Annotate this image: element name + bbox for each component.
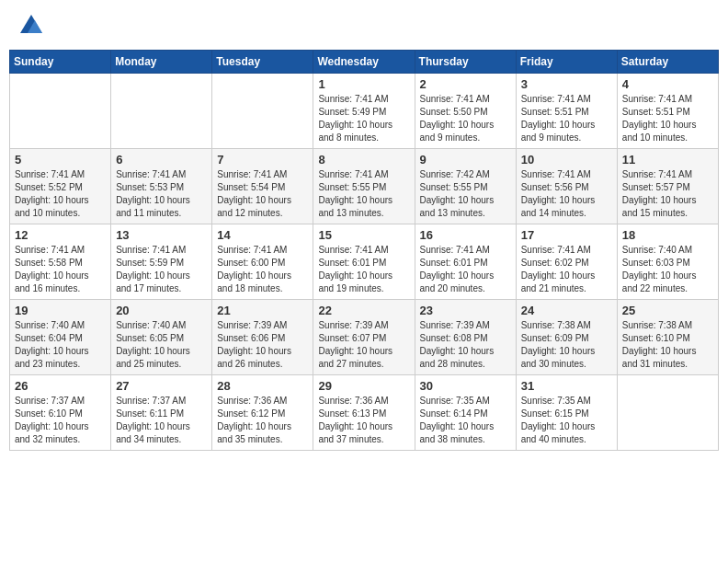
day-number: 15 (318, 228, 409, 242)
day-number: 6 (116, 153, 207, 167)
day-number: 3 (521, 77, 612, 91)
calendar-cell: 24Sunrise: 7:38 AM Sunset: 6:09 PM Dayli… (516, 300, 617, 375)
day-number: 1 (318, 77, 409, 91)
calendar-cell: 5Sunrise: 7:41 AM Sunset: 5:52 PM Daylig… (10, 149, 111, 224)
day-number: 5 (15, 153, 106, 167)
day-number: 22 (318, 304, 409, 317)
calendar-week-row: 19Sunrise: 7:40 AM Sunset: 6:04 PM Dayli… (10, 300, 719, 375)
day-number: 9 (420, 153, 511, 167)
day-info: Sunrise: 7:36 AM Sunset: 6:12 PM Dayligh… (217, 395, 308, 446)
day-number: 7 (217, 153, 308, 167)
calendar-cell: 8Sunrise: 7:41 AM Sunset: 5:55 PM Daylig… (313, 149, 415, 224)
day-info: Sunrise: 7:38 AM Sunset: 6:09 PM Dayligh… (521, 319, 612, 371)
day-info: Sunrise: 7:38 AM Sunset: 6:10 PM Dayligh… (622, 319, 713, 371)
calendar-cell: 2Sunrise: 7:41 AM Sunset: 5:50 PM Daylig… (415, 74, 516, 149)
calendar-cell: 1Sunrise: 7:41 AM Sunset: 5:49 PM Daylig… (313, 74, 415, 149)
calendar-cell: 15Sunrise: 7:41 AM Sunset: 6:01 PM Dayli… (313, 224, 415, 300)
day-number: 26 (15, 379, 106, 393)
calendar-cell: 11Sunrise: 7:41 AM Sunset: 5:57 PM Dayli… (617, 149, 718, 224)
day-info: Sunrise: 7:35 AM Sunset: 6:14 PM Dayligh… (420, 395, 511, 446)
calendar-cell: 9Sunrise: 7:42 AM Sunset: 5:55 PM Daylig… (415, 149, 516, 224)
calendar-cell: 10Sunrise: 7:41 AM Sunset: 5:56 PM Dayli… (516, 149, 617, 224)
calendar-cell: 7Sunrise: 7:41 AM Sunset: 5:54 PM Daylig… (212, 149, 313, 224)
day-number: 18 (622, 228, 713, 242)
calendar-cell: 28Sunrise: 7:36 AM Sunset: 6:12 PM Dayli… (212, 375, 313, 451)
day-number: 8 (318, 153, 409, 167)
weekday-header-friday: Friday (516, 51, 617, 74)
weekday-header-tuesday: Tuesday (212, 51, 313, 74)
calendar-cell: 27Sunrise: 7:37 AM Sunset: 6:11 PM Dayli… (111, 375, 212, 451)
logo-icon (18, 13, 44, 39)
day-number: 29 (318, 379, 409, 393)
weekday-header-monday: Monday (111, 51, 212, 74)
calendar-cell (10, 74, 111, 149)
day-info: Sunrise: 7:41 AM Sunset: 5:56 PM Dayligh… (521, 168, 612, 220)
day-number: 24 (521, 304, 612, 317)
calendar-week-row: 26Sunrise: 7:37 AM Sunset: 6:10 PM Dayli… (10, 375, 719, 451)
calendar-week-row: 12Sunrise: 7:41 AM Sunset: 5:58 PM Dayli… (10, 224, 719, 300)
calendar-cell: 23Sunrise: 7:39 AM Sunset: 6:08 PM Dayli… (415, 300, 516, 375)
day-info: Sunrise: 7:41 AM Sunset: 6:01 PM Dayligh… (318, 244, 409, 295)
calendar-week-row: 1Sunrise: 7:41 AM Sunset: 5:49 PM Daylig… (10, 74, 719, 149)
weekday-header-saturday: Saturday (617, 51, 718, 74)
day-number: 10 (521, 153, 612, 167)
calendar-cell: 6Sunrise: 7:41 AM Sunset: 5:53 PM Daylig… (111, 149, 212, 224)
page-header (9, 9, 719, 42)
day-info: Sunrise: 7:41 AM Sunset: 5:50 PM Dayligh… (420, 93, 511, 144)
calendar-cell (212, 74, 313, 149)
calendar-cell: 3Sunrise: 7:41 AM Sunset: 5:51 PM Daylig… (516, 74, 617, 149)
day-info: Sunrise: 7:36 AM Sunset: 6:13 PM Dayligh… (318, 395, 409, 446)
calendar-cell: 4Sunrise: 7:41 AM Sunset: 5:51 PM Daylig… (617, 74, 718, 149)
day-info: Sunrise: 7:41 AM Sunset: 5:55 PM Dayligh… (318, 168, 409, 220)
day-info: Sunrise: 7:41 AM Sunset: 5:51 PM Dayligh… (622, 93, 713, 144)
calendar-cell: 19Sunrise: 7:40 AM Sunset: 6:04 PM Dayli… (10, 300, 111, 375)
day-info: Sunrise: 7:39 AM Sunset: 6:06 PM Dayligh… (217, 319, 308, 371)
day-info: Sunrise: 7:41 AM Sunset: 6:02 PM Dayligh… (521, 244, 612, 295)
day-number: 28 (217, 379, 308, 393)
day-info: Sunrise: 7:41 AM Sunset: 5:53 PM Dayligh… (116, 168, 207, 220)
day-number: 16 (420, 228, 511, 242)
day-number: 25 (622, 304, 713, 317)
calendar-cell: 22Sunrise: 7:39 AM Sunset: 6:07 PM Dayli… (313, 300, 415, 375)
day-info: Sunrise: 7:41 AM Sunset: 5:59 PM Dayligh… (116, 244, 207, 295)
day-number: 30 (420, 379, 511, 393)
day-number: 11 (622, 153, 713, 167)
calendar-cell: 26Sunrise: 7:37 AM Sunset: 6:10 PM Dayli… (10, 375, 111, 451)
day-info: Sunrise: 7:40 AM Sunset: 6:05 PM Dayligh… (116, 319, 207, 371)
calendar-cell (111, 74, 212, 149)
day-info: Sunrise: 7:41 AM Sunset: 5:54 PM Dayligh… (217, 168, 308, 220)
day-number: 13 (116, 228, 207, 242)
logo (17, 13, 44, 39)
weekday-header-thursday: Thursday (415, 51, 516, 74)
day-info: Sunrise: 7:41 AM Sunset: 5:57 PM Dayligh… (622, 168, 713, 220)
calendar-cell: 13Sunrise: 7:41 AM Sunset: 5:59 PM Dayli… (111, 224, 212, 300)
calendar-cell: 14Sunrise: 7:41 AM Sunset: 6:00 PM Dayli… (212, 224, 313, 300)
calendar-cell: 18Sunrise: 7:40 AM Sunset: 6:03 PM Dayli… (617, 224, 718, 300)
calendar-cell: 20Sunrise: 7:40 AM Sunset: 6:05 PM Dayli… (111, 300, 212, 375)
weekday-header-wednesday: Wednesday (313, 51, 415, 74)
day-info: Sunrise: 7:42 AM Sunset: 5:55 PM Dayligh… (420, 168, 511, 220)
day-info: Sunrise: 7:41 AM Sunset: 5:49 PM Dayligh… (318, 93, 409, 144)
day-info: Sunrise: 7:41 AM Sunset: 6:01 PM Dayligh… (420, 244, 511, 295)
calendar-week-row: 5Sunrise: 7:41 AM Sunset: 5:52 PM Daylig… (10, 149, 719, 224)
day-number: 23 (420, 304, 511, 317)
day-info: Sunrise: 7:35 AM Sunset: 6:15 PM Dayligh… (521, 395, 612, 446)
calendar-cell: 30Sunrise: 7:35 AM Sunset: 6:14 PM Dayli… (415, 375, 516, 451)
day-info: Sunrise: 7:41 AM Sunset: 5:51 PM Dayligh… (521, 93, 612, 144)
day-info: Sunrise: 7:41 AM Sunset: 6:00 PM Dayligh… (217, 244, 308, 295)
day-info: Sunrise: 7:37 AM Sunset: 6:10 PM Dayligh… (15, 395, 106, 446)
day-number: 27 (116, 379, 207, 393)
calendar-table: SundayMondayTuesdayWednesdayThursdayFrid… (9, 50, 719, 451)
day-info: Sunrise: 7:40 AM Sunset: 6:03 PM Dayligh… (622, 244, 713, 295)
calendar-cell: 21Sunrise: 7:39 AM Sunset: 6:06 PM Dayli… (212, 300, 313, 375)
day-info: Sunrise: 7:39 AM Sunset: 6:08 PM Dayligh… (420, 319, 511, 371)
calendar-cell: 29Sunrise: 7:36 AM Sunset: 6:13 PM Dayli… (313, 375, 415, 451)
calendar-cell: 12Sunrise: 7:41 AM Sunset: 5:58 PM Dayli… (10, 224, 111, 300)
weekday-header-sunday: Sunday (10, 51, 111, 74)
day-number: 31 (521, 379, 612, 393)
calendar-cell: 17Sunrise: 7:41 AM Sunset: 6:02 PM Dayli… (516, 224, 617, 300)
calendar-cell: 25Sunrise: 7:38 AM Sunset: 6:10 PM Dayli… (617, 300, 718, 375)
day-info: Sunrise: 7:39 AM Sunset: 6:07 PM Dayligh… (318, 319, 409, 371)
day-number: 19 (15, 304, 106, 317)
weekday-header-row: SundayMondayTuesdayWednesdayThursdayFrid… (10, 51, 719, 74)
